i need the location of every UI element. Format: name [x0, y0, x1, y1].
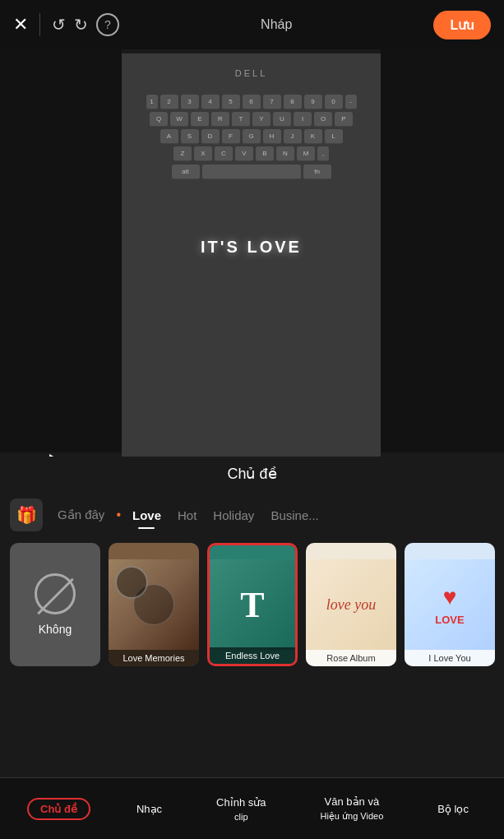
filter-icon-button[interactable]: 🎁 — [10, 498, 43, 531]
key: R — [211, 112, 229, 127]
keyboard-background: DELL 1 2 3 4 5 6 7 8 9 0 - Q W E R — [122, 53, 381, 457]
love-memories-image — [109, 559, 199, 650]
theme-love-memories[interactable]: Love Memories — [109, 543, 199, 666]
key: 4 — [201, 95, 220, 109]
toolbar-sublabel-van-ban: Hiệu ứng Video — [320, 811, 383, 822]
toolbar-label-nhac: Nhạc — [136, 803, 162, 815]
play-area — [0, 99, 122, 502]
keyboard-keys: 1 2 3 4 5 6 7 8 9 0 - Q W E R T Y U — [128, 95, 374, 182]
rose-album-label: Rose Album — [306, 650, 396, 666]
gift-icon: 🎁 — [16, 505, 37, 525]
theme-none-inner: Không — [10, 543, 100, 666]
theme-none[interactable]: Không — [10, 543, 100, 666]
key: E — [191, 112, 209, 127]
save-button[interactable]: Lưu — [433, 11, 491, 39]
toolbar-label-van-ban: Văn bản và — [325, 795, 380, 808]
toolbar-item-nhac[interactable]: Nhạc — [128, 800, 170, 818]
key: P — [335, 112, 353, 127]
undo-button[interactable]: ↺ — [52, 15, 66, 35]
redo-button[interactable]: ↻ — [74, 15, 88, 35]
video-overlay-text: IT'S LOVE — [201, 238, 302, 257]
top-bar: ✕ ↺ ↻ ? Nháp Lưu — [0, 0, 504, 49]
tab-holiday[interactable]: Holiday — [205, 505, 262, 526]
theme-grid: Không Love Memories T Endless Love lov — [0, 535, 504, 674]
theme-endless-love-inner: T Endless Love — [210, 545, 295, 664]
left-sidebar — [0, 49, 122, 452]
love-text: LOVE — [435, 614, 464, 626]
key: 5 — [222, 95, 240, 109]
key: M — [297, 146, 315, 161]
key: 0 — [325, 95, 343, 109]
chu-de-section: Chủ đề — [0, 457, 504, 488]
key: D — [201, 129, 220, 144]
tab-recent[interactable]: Gần đây — [49, 504, 113, 526]
i-love-you-label: I Love You — [405, 650, 495, 666]
key: C — [215, 146, 233, 161]
theme-love-memories-inner: Love Memories — [109, 543, 199, 666]
key: B — [256, 146, 274, 161]
key: S — [181, 129, 199, 144]
toolbar-item-van-ban[interactable]: Văn bản và Hiệu ứng Video — [312, 792, 391, 825]
key: I — [294, 112, 312, 127]
theme-none-label: Không — [39, 623, 72, 636]
love-memories-circle — [115, 566, 148, 599]
key: J — [284, 129, 302, 144]
brand-label: DELL — [235, 68, 268, 78]
key: 2 — [160, 95, 178, 109]
key: , — [317, 146, 329, 161]
toolbar-label-bo-loc: Bộ lọc — [437, 803, 469, 815]
key: alt — [172, 165, 200, 179]
key: fn — [303, 165, 331, 179]
tab-hot[interactable]: Hot — [169, 505, 205, 526]
key: 3 — [181, 95, 199, 109]
theme-endless-love[interactable]: T Endless Love — [207, 543, 298, 666]
theme-i-love-you[interactable]: ♥ LOVE I Love You — [405, 543, 495, 666]
heart-icon: ♥ — [443, 584, 457, 610]
close-button[interactable]: ✕ — [13, 14, 28, 35]
rose-love-text: love you — [326, 596, 376, 614]
toolbar-item-bo-loc[interactable]: Bộ lọc — [429, 800, 477, 818]
key: 7 — [263, 95, 281, 109]
no-theme-icon — [35, 573, 76, 614]
toolbar-item-chu-de[interactable]: Chủ đề — [27, 798, 90, 820]
key: Q — [150, 112, 168, 127]
key: 1 — [146, 95, 158, 109]
right-sidebar — [381, 49, 504, 452]
key: K — [304, 129, 322, 144]
tab-business[interactable]: Busine... — [262, 505, 326, 526]
key — [202, 165, 301, 179]
i-love-you-preview: ♥ LOVE — [405, 559, 495, 650]
key: H — [263, 129, 281, 144]
help-button[interactable]: ? — [96, 13, 119, 36]
key: O — [314, 112, 332, 127]
endless-love-preview: T — [210, 559, 295, 650]
key: A — [160, 129, 178, 144]
key: W — [170, 112, 188, 127]
draft-label: Nháp — [261, 17, 292, 32]
rose-album-preview: love you — [306, 559, 396, 650]
top-bar-left: ✕ ↺ ↻ ? — [13, 13, 119, 36]
theme-rose-album[interactable]: love you Rose Album — [306, 543, 396, 666]
key: U — [273, 112, 291, 127]
key: Y — [252, 112, 270, 127]
key: 8 — [284, 95, 302, 109]
key: 6 — [243, 95, 261, 109]
video-preview: DELL 1 2 3 4 5 6 7 8 9 0 - Q W E R — [122, 53, 381, 457]
section-title: Chủ đề — [227, 466, 276, 482]
toolbar-label-chinh-sua: Chỉnh sửa — [216, 796, 266, 809]
key: N — [276, 146, 294, 161]
dot-separator: • — [116, 508, 121, 522]
key: G — [243, 129, 261, 144]
tab-love[interactable]: Love — [124, 505, 169, 526]
love-memories-label: Love Memories — [109, 650, 199, 666]
key: - — [345, 95, 357, 109]
key: Z — [173, 146, 192, 161]
bottom-toolbar: Chủ đề Nhạc Chỉnh sửa clip Văn bản và Hi… — [0, 777, 504, 839]
toolbar-item-chinh-sua[interactable]: Chỉnh sửa clip — [208, 793, 274, 825]
key: F — [222, 129, 240, 144]
theme-i-love-you-inner: ♥ LOVE I Love You — [405, 543, 495, 666]
key: T — [232, 112, 250, 127]
toolbar-sublabel-chinh-sua: clip — [234, 812, 248, 822]
key: V — [235, 146, 253, 161]
filter-tabs: 🎁 Gần đây • Love Hot Holiday Busine... — [0, 492, 504, 538]
